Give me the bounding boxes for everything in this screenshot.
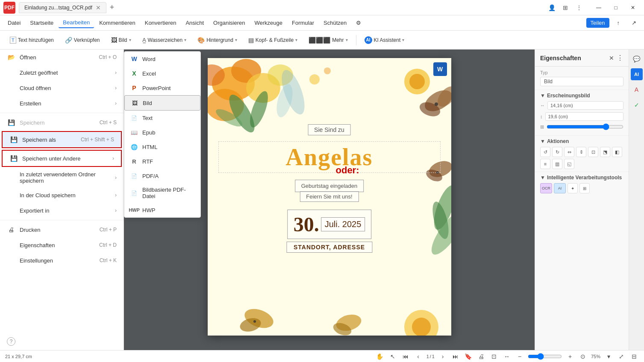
ki-icon: AI <box>365 36 372 44</box>
external-button[interactable]: ↗ <box>627 18 641 28</box>
panel-settings-icon[interactable]: ⋮ <box>617 54 623 62</box>
background-button[interactable]: 🎨 Hintergrund ▾ <box>193 35 242 46</box>
ocr-icon[interactable]: OCR <box>540 183 552 193</box>
menu-schuetzen[interactable]: Schützen <box>319 18 351 28</box>
link-button[interactable]: 🔗 Verknüpfen <box>60 35 105 46</box>
export-image[interactable]: 🖼 Bild <box>124 95 200 111</box>
export-image-based[interactable]: 📄 Bildbasierte PDF-Datei <box>124 183 200 203</box>
menu-ansicht[interactable]: Ansicht <box>181 18 208 28</box>
menu-save-cloud[interactable]: In der Cloud speichern › <box>0 187 124 203</box>
align-left-icon[interactable]: ◧ <box>612 147 622 157</box>
menu-startseite[interactable]: Startseite <box>26 18 58 28</box>
edit-ocr-icon[interactable]: AI <box>554 183 566 193</box>
fit-page-icon[interactable]: ⊡ <box>489 352 499 361</box>
fit-screen-icon[interactable]: ⤢ <box>617 352 626 361</box>
maximize-button[interactable]: □ <box>608 2 623 14</box>
export-hwp[interactable]: HWP HWP <box>124 203 200 217</box>
more-button[interactable]: ⬛⬛⬛ Mehr ▾ <box>304 35 352 46</box>
scale-slider[interactable] <box>547 123 623 130</box>
fit-width-icon[interactable]: ↔ <box>502 352 512 361</box>
bookmark-icon[interactable]: 🔖 <box>464 352 473 361</box>
zoom-reset-icon[interactable]: ⊙ <box>578 352 588 361</box>
chat-edge-icon[interactable]: 💬 <box>631 53 643 65</box>
hand-tool-icon[interactable]: ✋ <box>375 352 385 361</box>
print-status-icon[interactable]: 🖨 <box>476 352 486 361</box>
first-page-icon[interactable]: ⏮ <box>401 352 410 361</box>
menu-save-as[interactable]: 💾 Speichern als Ctrl + Shift + S <box>2 131 122 148</box>
export-excel[interactable]: X Excel <box>124 66 200 81</box>
layout-icon[interactable]: ⊞ <box>560 3 570 13</box>
export-rtf[interactable]: R RTF <box>124 154 200 169</box>
menu-cloud-open[interactable]: Cloud öffnen › <box>0 80 124 96</box>
flip-h-icon[interactable]: ⇔ <box>564 147 574 157</box>
menu-konvertieren[interactable]: Konvertieren <box>141 18 181 28</box>
crop-icon[interactable]: ⊡ <box>588 147 598 157</box>
watermark-button[interactable]: A̲ Wasserzeichen ▾ <box>138 35 191 45</box>
menu-organisieren[interactable]: Organisieren <box>209 18 249 28</box>
export-epub[interactable]: 📖 Epub <box>124 125 200 140</box>
layer-icon[interactable]: ◱ <box>564 159 574 169</box>
menu-datei[interactable]: Datei <box>3 18 25 28</box>
close-button[interactable]: ✕ <box>625 2 641 14</box>
add-text-button[interactable]: T Text hinzufügen <box>5 35 59 46</box>
align-center-icon[interactable]: ≡ <box>540 159 550 169</box>
export-word[interactable]: W Word <box>124 52 200 66</box>
menu-bearbeiten[interactable]: Bearbeiten <box>59 18 94 28</box>
select-tool-icon[interactable]: ↖ <box>388 352 397 361</box>
header-footer-button[interactable]: ▤ Kopf- & Fußzeile ▾ <box>244 35 302 46</box>
help-icon[interactable]: ? <box>7 337 15 346</box>
menu-formular[interactable]: Formular <box>288 18 318 28</box>
menu-open[interactable]: 📂 Öffnen Ctrl + O <box>0 50 124 65</box>
replace-icon[interactable]: ⬔ <box>600 147 610 157</box>
upload-button[interactable]: ↑ <box>613 18 624 28</box>
header-footer-arrow-icon: ▾ <box>295 38 297 42</box>
menu-kommentieren[interactable]: Kommentieren <box>95 18 140 28</box>
close-tab-button[interactable]: ✕ <box>96 4 101 11</box>
zoom-out-icon[interactable]: − <box>515 352 524 361</box>
export-text[interactable]: 📄 Text <box>124 111 200 125</box>
account-icon[interactable]: 👤 <box>547 3 557 13</box>
zoom-dropdown-icon[interactable]: ▾ <box>604 352 613 361</box>
minimize-button[interactable]: — <box>591 2 606 14</box>
new-tab-button[interactable]: + <box>110 3 115 12</box>
zoom-in-icon[interactable]: + <box>565 352 575 361</box>
more-options-icon[interactable]: ⋮ <box>574 3 584 13</box>
export-powerpoint[interactable]: P PowerPoint <box>124 81 200 95</box>
menu-create[interactable]: Erstellen › <box>0 96 124 111</box>
menu-properties[interactable]: Eigenschaften Ctrl + D <box>0 237 124 253</box>
menu-werkzeuge[interactable]: Werkzeuge <box>250 18 287 28</box>
menubar: Datei Startseite Bearbeiten Kommentieren… <box>0 15 644 31</box>
prev-page-icon[interactable]: ‹ <box>414 352 423 361</box>
save-recent-arrow-icon: › <box>115 175 117 181</box>
next-page-icon[interactable]: › <box>438 352 447 361</box>
menu-save-other[interactable]: 💾 Speichern unter Andere › <box>2 150 122 167</box>
width-input[interactable] <box>547 101 623 110</box>
menu-settings-icon[interactable]: ⚙ <box>352 18 365 28</box>
aktionen-section: ▼ Aktionen ↺ ↻ ⇔ ⇕ ⊡ ⬔ ◧ ≡ ▥ ◱ <box>535 135 629 172</box>
menu-settings[interactable]: Einstellungen Ctrl + K <box>0 253 124 268</box>
split-view-icon[interactable]: ⊟ <box>629 352 639 361</box>
rotate-left-icon[interactable]: ↺ <box>540 147 550 157</box>
height-input[interactable] <box>545 112 624 121</box>
check-edge-icon[interactable]: ✓ <box>631 99 643 111</box>
extract-icon[interactable]: ⊞ <box>579 183 590 193</box>
last-page-icon[interactable]: ⏭ <box>451 352 460 361</box>
share-button[interactable]: Teilen <box>586 18 609 28</box>
flip-v-icon[interactable]: ⇕ <box>576 147 586 157</box>
ki-assistant-button[interactable]: AI KI Assistent ▾ <box>360 34 409 46</box>
panel-close-icon[interactable]: ✕ <box>609 55 614 61</box>
align-right-icon[interactable]: ▥ <box>552 159 562 169</box>
zoom-slider[interactable] <box>528 353 562 360</box>
export-html[interactable]: 🌐 HTML <box>124 140 200 154</box>
menu-print[interactable]: 🖨 Drucken Ctrl + P <box>0 222 124 237</box>
smart-icon[interactable]: ✦ <box>568 183 578 193</box>
rotate-right-icon[interactable]: ↻ <box>552 147 562 157</box>
document-tab[interactable]: Einladung zu...tstag_OCR.pdf ✕ <box>19 2 106 13</box>
menu-export[interactable]: Exportiert in › <box>0 203 124 218</box>
export-pdfa[interactable]: 📄 PDF/A <box>124 169 200 183</box>
ai-edge-icon[interactable]: AI <box>631 68 643 80</box>
image-button[interactable]: 🖼 Bild ▾ <box>106 35 136 46</box>
menu-recent[interactable]: Zuletzt geöffnet › <box>0 65 124 80</box>
menu-save-recent-folder[interactable]: In zuletzt verwendetem Ordner speichern … <box>0 168 124 187</box>
letter-edge-icon[interactable]: A <box>631 84 643 96</box>
